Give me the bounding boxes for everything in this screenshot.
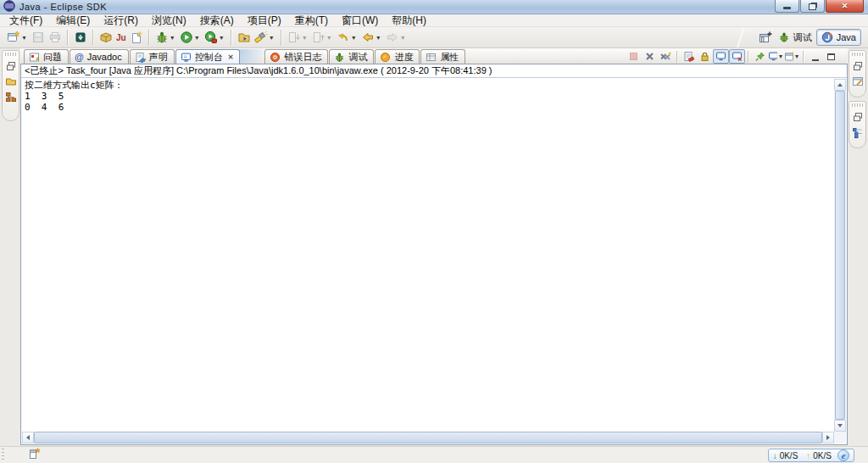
show-stdout-icon	[715, 51, 726, 62]
external-tools-button[interactable]: ▾	[203, 28, 227, 47]
perspective-java-button[interactable]: Java	[816, 29, 861, 46]
new-class-button[interactable]	[128, 28, 145, 47]
dropdown-icon[interactable]: ▾	[20, 34, 28, 42]
fast-view-button[interactable]	[28, 447, 42, 463]
tab-progress[interactable]: 进度	[375, 49, 420, 64]
download-speed: 0K/S	[780, 451, 798, 460]
tab-javadoc[interactable]: @ Javadoc	[70, 49, 129, 64]
tab-debug[interactable]: 调试	[329, 49, 374, 64]
restore-views-button[interactable]	[850, 59, 865, 74]
dropdown-icon[interactable]: ▾	[193, 34, 201, 42]
display-console-button[interactable]: ▾	[768, 49, 784, 64]
dropdown-icon[interactable]: ▾	[218, 34, 225, 42]
scroll-right-button[interactable]	[822, 432, 834, 443]
menu-window[interactable]: 窗口(W)	[335, 14, 385, 27]
debug-icon	[155, 31, 169, 44]
perspective-debug-button[interactable]: 调试	[774, 30, 816, 46]
restore-views-button[interactable]	[850, 109, 865, 125]
close-button[interactable]: ✕	[826, 0, 864, 13]
left-view-strip	[2, 50, 19, 121]
console-icon	[181, 52, 192, 63]
menu-help[interactable]: 帮助(H)	[385, 14, 433, 27]
dropdown-icon[interactable]: ▾	[268, 34, 275, 42]
menu-navigate[interactable]: 浏览(N)	[145, 14, 193, 27]
tab-problems[interactable]: 问题	[24, 49, 69, 64]
next-annotation-icon	[287, 31, 301, 44]
ie-icon[interactable]: e	[837, 449, 849, 461]
task-list-button[interactable]	[850, 74, 865, 89]
download-arrow-icon: ↓	[773, 451, 777, 460]
dropdown-icon[interactable]: ▾	[793, 53, 800, 60]
network-monitor-widget[interactable]: ↓ 0K/S ↑ 0K/S e	[768, 449, 854, 462]
dropdown-icon[interactable]: ▾	[777, 53, 784, 60]
scroll-down-icon	[837, 424, 843, 427]
strip-grip[interactable]	[852, 53, 863, 56]
strip-grip[interactable]	[5, 53, 16, 56]
outline-view-button[interactable]	[850, 125, 865, 140]
title-bar: Java - Eclipse SDK ✕	[0, 0, 868, 14]
problems-icon	[29, 52, 40, 63]
restore-button[interactable]	[800, 0, 825, 13]
minimize-button[interactable]	[775, 0, 799, 13]
new-wizard-button[interactable]: ▾	[5, 28, 30, 47]
scroll-lock-button[interactable]	[697, 49, 713, 64]
toolbar-separator	[676, 51, 678, 63]
package-explorer-button[interactable]	[3, 74, 19, 89]
vertical-scrollbar[interactable]	[834, 79, 846, 432]
run-button[interactable]: ▾	[178, 28, 203, 47]
open-console-button[interactable]: ▾	[784, 49, 800, 64]
scroll-up-button[interactable]	[834, 79, 846, 91]
menu-project[interactable]: 项目(P)	[241, 14, 288, 27]
tab-properties[interactable]: 属性	[420, 49, 465, 64]
new-java-project-button[interactable]	[97, 28, 114, 47]
open-task-button[interactable]	[236, 28, 253, 47]
tab-error-log[interactable]: 错误日志	[264, 49, 328, 64]
console-text-area[interactable]: 按二维方式输出c矩阵： 1 3 5 0 4 6	[21, 77, 847, 444]
vertical-scroll-thumb[interactable]	[835, 91, 845, 420]
tab-declaration[interactable]: 声明	[130, 49, 175, 64]
tab-close-icon[interactable]: ✕	[228, 53, 234, 61]
build-button[interactable]	[72, 28, 89, 47]
toolbar-curve-divider	[737, 27, 755, 47]
last-edit-location-button[interactable]: ▾	[335, 28, 359, 47]
pin-console-button[interactable]	[752, 49, 768, 64]
search-button[interactable]: ▾	[253, 28, 277, 47]
open-perspective-button[interactable]	[757, 28, 774, 47]
debug-button[interactable]: ▾	[153, 28, 178, 47]
strip-grip[interactable]	[852, 103, 863, 107]
clear-console-button[interactable]	[681, 49, 697, 64]
dropdown-icon[interactable]: ▾	[350, 34, 358, 42]
remove-all-terminated-button[interactable]	[658, 49, 674, 64]
horizontal-scrollbar[interactable]	[22, 432, 834, 443]
menu-refactor[interactable]: 重构(T)	[288, 14, 335, 27]
show-stderr-button[interactable]	[729, 49, 745, 64]
perspective-debug-label: 调试	[793, 31, 812, 44]
next-annotation-button: ▾	[286, 28, 310, 47]
hierarchy-icon	[5, 92, 16, 103]
menu-run[interactable]: 运行(R)	[97, 14, 145, 27]
new-junit-test-button[interactable]: Ju	[114, 28, 128, 47]
back-button[interactable]: ▾	[359, 28, 384, 47]
dropdown-icon[interactable]: ▾	[375, 34, 382, 42]
debug-view-icon	[334, 52, 345, 63]
scroll-left-button[interactable]	[22, 432, 34, 443]
hierarchy-view-button[interactable]	[3, 89, 19, 104]
search-flashlight-icon	[254, 31, 268, 44]
menu-edit[interactable]: 编辑(E)	[49, 14, 97, 27]
minimize-view-button[interactable]	[807, 49, 823, 64]
scroll-down-button[interactable]	[834, 420, 846, 432]
dropdown-icon[interactable]: ▾	[169, 34, 176, 42]
menu-search[interactable]: 搜索(A)	[193, 14, 241, 27]
horizontal-scroll-thumb[interactable]	[34, 432, 822, 443]
restore-views-button[interactable]	[3, 59, 19, 74]
show-stdout-button[interactable]	[713, 49, 729, 64]
dropdown-icon[interactable]: ▾	[399, 34, 407, 42]
dropdown-icon[interactable]: ▾	[326, 34, 333, 42]
tab-console[interactable]: 控制台 ✕	[175, 49, 241, 64]
maximize-view-button[interactable]	[823, 49, 839, 64]
remove-all-terminated-icon	[659, 51, 672, 62]
remove-launch-button[interactable]	[642, 49, 658, 64]
dropdown-icon[interactable]: ▾	[301, 34, 309, 42]
restore-pane-icon	[853, 112, 863, 122]
menu-file[interactable]: 文件(F)	[3, 14, 49, 27]
